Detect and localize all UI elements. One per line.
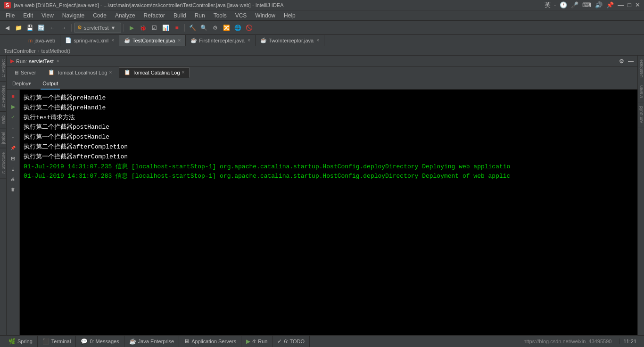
right-tab-maven[interactable]: Maven [638,82,644,102]
toolbar-sync-btn[interactable]: 🔄 [36,23,46,33]
status-url[interactable]: https://blog.csdn.net/weixin_43495590 [523,339,611,344]
status-java-enterprise[interactable]: ☕ Java Enterprise [124,336,179,347]
window-controls: 英 · 🕐 🎤 ⌨ 🔊 📌 — □ ✕ [545,1,640,9]
run-tab-server[interactable]: 🖥 Server [8,67,41,78]
output-tab[interactable]: Output [41,78,60,90]
console-line: 执行第一个拦截器afterCompletion [24,152,634,162]
debug-btn[interactable]: 🐞 [138,23,148,33]
profile-btn[interactable]: 📊 [160,23,171,33]
toolbar-open-btn[interactable]: 📁 [13,23,24,33]
tomcat-localhost-icon: 📋 [48,69,55,75]
toolbar-sep1 [71,24,72,32]
scroll-end-btn[interactable]: ⤓ [8,164,18,174]
menu-help[interactable]: Help [280,11,299,20]
tab-spring-mvc[interactable]: 📄 spring-mvc.xml × [60,35,119,46]
status-terminal[interactable]: ⬛ Terminal [38,336,76,347]
run-with-coverage[interactable]: ☑ [149,23,159,33]
layout-btn[interactable]: ⊞ [8,154,18,163]
tomcat-localhost-label: Tomcat Localhost Log [57,70,107,75]
breadcrumb-method[interactable]: testMethod() [41,48,71,54]
close-button[interactable]: ✕ [635,1,640,8]
toolbar-save-btn[interactable]: 💾 [25,23,35,33]
tab-test-controller-icon: ☕ [124,37,131,43]
run-panel-header: ▶ Run: servletTest × ⚙ — [7,56,637,67]
run-config-combo[interactable]: ⚙ servletTest ▼ [74,23,121,33]
right-tab-database[interactable]: Database [638,56,644,82]
clear-btn[interactable]: 🗑 [8,185,18,194]
run-btn[interactable]: ▶ [126,23,137,33]
build-btn[interactable]: 🔨 [187,23,198,33]
status-run[interactable]: ▶ 4: Run [241,336,272,347]
tab-test-controller[interactable]: ☕ TestController.java × [119,35,186,46]
menu-vcs[interactable]: VCS [231,11,251,20]
menu-file[interactable]: File [2,11,18,20]
tab-first-intercepter-icon: ☕ [190,37,197,43]
sidebar-tab-jrebel[interactable]: jRebel [0,128,6,149]
sidebar-tab-project[interactable]: 1: Project [0,56,6,82]
no-btn[interactable]: 🚫 [244,23,254,33]
status-messages[interactable]: 💬 0: Messages [76,336,124,347]
menu-refactor[interactable]: Refactor [140,11,169,20]
tab-test-controller-close[interactable]: × [178,38,181,43]
stop-btn[interactable]: ■ [172,23,182,33]
toolbar-back-btn[interactable]: ◀ [2,23,12,33]
run-config-close[interactable]: × [57,58,59,64]
run-minimize-icon[interactable]: — [628,58,634,65]
tab-spring-mvc-close[interactable]: × [111,38,114,43]
tab-java-web[interactable]: m java-web [24,35,60,46]
tomcat-catalina-close[interactable]: × [182,70,185,75]
right-tab-ant-build[interactable]: Ant Build [638,102,644,127]
menu-tools[interactable]: Tools [210,11,231,20]
vcs-btn[interactable]: 🔀 [221,23,231,33]
menu-code[interactable]: Code [89,11,110,20]
console-line: 执行第二个拦截器postHandle [24,123,634,132]
app-servers-icon: 🖥 [184,338,190,345]
tab-two-interceptor[interactable]: ☕ TwoInterceptor.java × [256,35,324,46]
up-arrow-btn[interactable]: ↑ [8,133,18,142]
run-tab-tomcat-localhost[interactable]: 📋 Tomcat Localhost Log × [43,67,117,78]
toolbar-nav-forward[interactable]: → [58,23,69,33]
right-sidebar-tabs: Database Maven Ant Build [637,56,644,335]
check-btn[interactable]: ✓ [8,112,18,122]
menu-build[interactable]: Build [170,11,190,20]
menu-edit[interactable]: Edit [19,11,37,20]
status-todo[interactable]: ✓ 6: TODO [272,336,310,347]
print-btn[interactable]: 🖨 [8,174,18,184]
tab-two-interceptor-label: TwoInterceptor.java [269,38,314,43]
tab-first-intercepter-close[interactable]: × [248,38,250,43]
browser-btn[interactable]: 🌐 [232,23,243,33]
status-spring[interactable]: 🌿 Spring [4,336,38,347]
tab-java-web-label: java-web [34,38,55,43]
minimize-button[interactable]: — [618,1,624,8]
toolbar-nav-back[interactable]: ← [47,23,58,33]
run-config-icon: ⚙ [77,25,82,31]
down-arrow-btn[interactable]: ↓ [8,123,18,132]
menu-navigate[interactable]: Navigate [58,11,88,20]
settings-btn[interactable]: ⚙ [210,23,220,33]
tab-first-intercepter[interactable]: ☕ FirstIntercepter.java × [186,35,255,46]
rerun-btn[interactable]: ▶ [8,102,18,111]
menu-window[interactable]: Window [251,11,279,20]
spring-label: Spring [17,339,33,344]
pin-btn[interactable]: 📌 [8,143,18,153]
menu-analyze[interactable]: Analyze [111,11,139,20]
tab-two-interceptor-close[interactable]: × [316,38,319,43]
search-btn[interactable]: 🔍 [198,23,209,33]
messages-label: 0: Messages [90,339,119,344]
run-settings-icon[interactable]: ⚙ [619,58,624,65]
maximize-button[interactable]: □ [627,1,631,8]
sidebar-tab-web[interactable]: Web [0,112,6,128]
menu-view[interactable]: View [38,11,58,20]
breadcrumb-class[interactable]: TestController [4,48,36,54]
messages-icon: 💬 [81,338,88,345]
status-application-servers[interactable]: 🖥 Application Servers [179,336,241,347]
stop-process-btn[interactable]: ■ [8,91,18,101]
menu-run[interactable]: Run [191,11,209,20]
sidebar-tab-structure[interactable]: 7: Structure [0,149,6,179]
deploy-tab[interactable]: Deploy▾ [10,78,33,90]
window-title: java-web [D:\IDEA_Project\java-web] - ..… [14,2,544,8]
status-right: https://blog.csdn.net/weixin_43495590 11… [523,339,640,344]
tomcat-localhost-close[interactable]: × [109,70,112,75]
run-tab-tomcat-catalina[interactable]: 📋 Tomcat Catalina Log × [119,67,190,78]
sidebar-tab-favorites[interactable]: 2: Favorites [0,82,6,112]
